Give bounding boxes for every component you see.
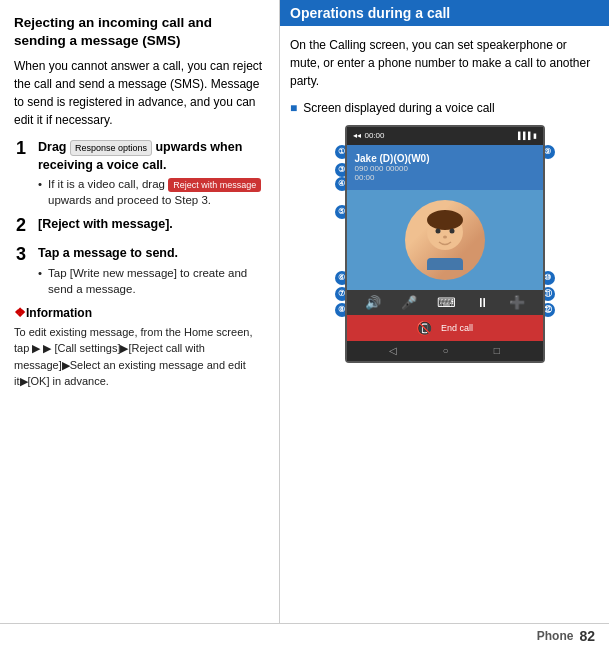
footer-label: Phone: [537, 629, 574, 643]
signal-icon: ▐▐▐: [516, 132, 531, 139]
step-1-sub-text1: If it is a video call, drag: [48, 178, 168, 190]
end-call-text[interactable]: End call: [441, 323, 473, 333]
phone-with-labels: ① ② ③ ④ ⑤ ⑥: [345, 125, 545, 363]
keypad-icon[interactable]: ⌨: [437, 295, 456, 310]
step-2-main: [Reject with message].: [38, 216, 265, 234]
step-3-sub: Tap [Write new message] to create and se…: [38, 265, 265, 297]
right-intro: On the Calling screen, you can set speak…: [290, 36, 599, 90]
left-intro: When you cannot answer a call, you can r…: [14, 57, 265, 129]
steps-container: 1 Drag Response options upwards when rec…: [16, 139, 265, 297]
back-nav-icon[interactable]: ◁: [389, 345, 397, 356]
caller-photo: [405, 200, 485, 280]
info-title: ❖Information: [14, 305, 265, 320]
svg-point-2: [435, 228, 440, 233]
face-svg: [415, 210, 475, 270]
controls-bar: 🔊 🎤 ⌨ ⏸ ➕: [347, 290, 543, 315]
mute-icon[interactable]: 🎤: [401, 295, 417, 310]
left-column: Rejecting an incoming call and sending a…: [0, 0, 280, 623]
bottom-nav-bar: ◁ ○ □: [347, 341, 543, 361]
svg-point-3: [449, 228, 454, 233]
footer-page-num: 82: [579, 628, 595, 644]
step-3: 3 Tap a message to send. Tap [Write new …: [16, 245, 265, 297]
caller-name: Jake (D)(O)(W0): [355, 153, 535, 164]
right-column: Operations during a call On the Calling …: [280, 0, 609, 623]
phone-top-bar: ◂◂ 00:00 ▐▐▐ ▮: [347, 127, 543, 145]
phone-time-text: 00:00: [365, 131, 385, 140]
response-options-btn: Response options: [70, 140, 152, 157]
step-1-num: 1: [16, 138, 38, 160]
step-2-num: 2: [16, 215, 38, 237]
hold-icon[interactable]: ⏸: [476, 295, 489, 310]
right-section-header: Operations during a call: [280, 0, 609, 26]
info-icon: ❖: [14, 305, 26, 320]
left-section-title: Rejecting an incoming call and sending a…: [14, 14, 265, 49]
step-3-main: Tap a message to send.: [38, 245, 265, 263]
step-1-drag-text: Drag: [38, 140, 70, 154]
step-3-num: 3: [16, 244, 38, 266]
svg-rect-5: [427, 258, 463, 270]
add-call-icon[interactable]: ➕: [509, 295, 525, 310]
info-section: ❖Information To edit existing message, f…: [14, 305, 265, 390]
recent-nav-icon[interactable]: □: [494, 345, 500, 356]
photo-area: [347, 190, 543, 290]
caller-area: Jake (D)(O)(W0) 090 000 00000 00:00: [347, 145, 543, 190]
page-container: Rejecting an incoming call and sending a…: [0, 0, 609, 623]
speaker-icon[interactable]: 🔊: [365, 295, 381, 310]
phone-top-icons: ▐▐▐ ▮: [516, 132, 537, 140]
reject-with-message-btn: Reject with message: [168, 178, 261, 193]
step-2-content: [Reject with message].: [38, 216, 265, 234]
info-text: To edit existing message, from the Home …: [14, 324, 265, 390]
step-2: 2 [Reject with message].: [16, 216, 265, 237]
svg-point-1: [427, 210, 463, 230]
step-1: 1 Drag Response options upwards when rec…: [16, 139, 265, 208]
caller-duration: 00:00: [355, 173, 535, 182]
screen-label-text: Screen displayed during a voice call: [303, 100, 494, 117]
home-nav-icon[interactable]: ○: [442, 345, 448, 356]
step-3-content: Tap a message to send. Tap [Write new me…: [38, 245, 265, 297]
screen-label: Screen displayed during a voice call: [290, 100, 599, 117]
svg-point-4: [443, 235, 447, 238]
phone-top-left: ◂◂ 00:00: [353, 131, 385, 140]
end-call-icon: 📵: [416, 320, 433, 336]
step-1-main: Drag Response options upwards when recei…: [38, 139, 265, 174]
step-1-sub: If it is a video call, drag Reject with …: [38, 176, 265, 208]
step-1-content: Drag Response options upwards when recei…: [38, 139, 265, 208]
battery-icon: ▮: [533, 132, 537, 140]
page-footer: Phone 82: [0, 623, 609, 648]
step-1-sub-text2: upwards and proceed to Step 3.: [48, 194, 211, 206]
phone-network-text: ◂◂: [353, 131, 361, 140]
phone-screen-wrapper: ① ② ③ ④ ⑤ ⑥: [290, 125, 599, 613]
end-call-bar: 📵 End call: [347, 315, 543, 341]
caller-number: 090 000 00000: [355, 164, 535, 173]
phone-screen: ◂◂ 00:00 ▐▐▐ ▮ Jake (D)(O)(W0) 090 000 0…: [345, 125, 545, 363]
